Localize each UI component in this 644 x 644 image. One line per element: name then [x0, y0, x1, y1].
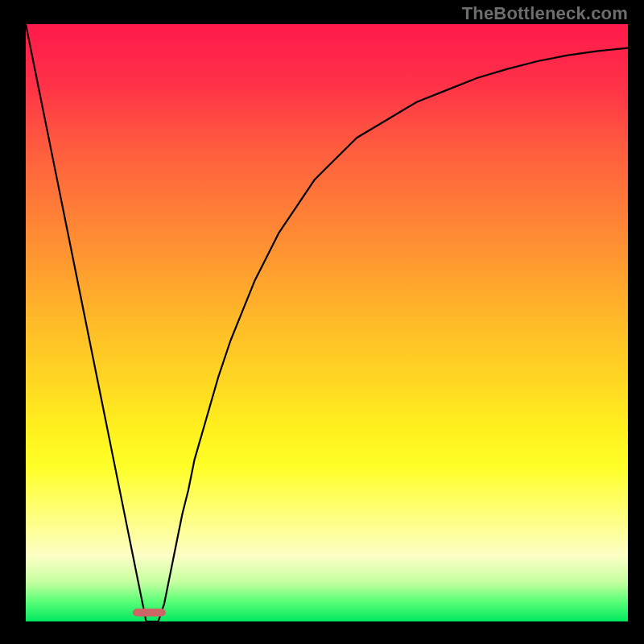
- chart-frame: TheBottleneck.com: [0, 0, 644, 644]
- bottleneck-chart: [26, 24, 628, 621]
- optimum-marker: [133, 609, 166, 617]
- gradient-background: [26, 24, 628, 621]
- watermark-text: TheBottleneck.com: [462, 3, 628, 24]
